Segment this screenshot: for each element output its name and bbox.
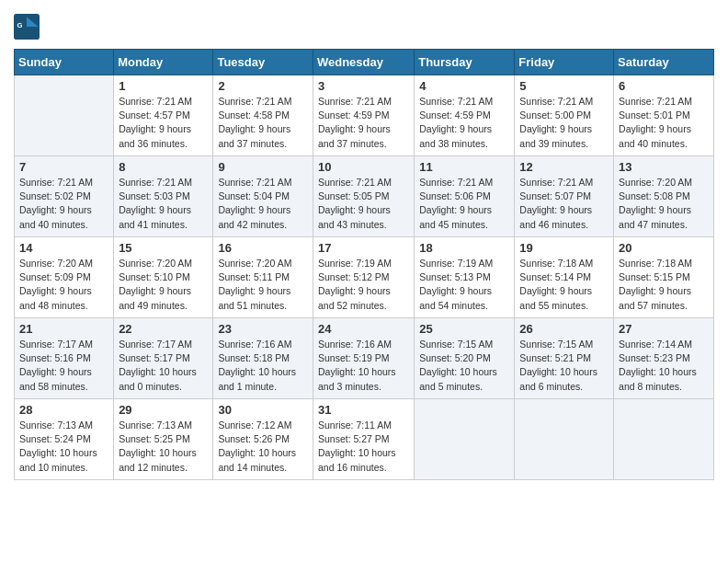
day-number: 30 (218, 403, 308, 417)
weekday-header-sunday: Sunday (15, 50, 114, 75)
calendar-cell: 15Sunrise: 7:20 AM Sunset: 5:10 PM Dayli… (114, 237, 213, 318)
calendar-table: SundayMondayTuesdayWednesdayThursdayFrid… (14, 49, 714, 480)
calendar-cell (415, 399, 515, 480)
day-info: Sunrise: 7:18 AM Sunset: 5:15 PM Dayligh… (619, 257, 709, 313)
day-number: 22 (119, 322, 208, 336)
page-header: G (14, 14, 714, 40)
day-info: Sunrise: 7:20 AM Sunset: 5:10 PM Dayligh… (119, 257, 208, 313)
calendar-cell: 14Sunrise: 7:20 AM Sunset: 5:09 PM Dayli… (15, 237, 114, 318)
day-number: 24 (318, 322, 409, 336)
day-number: 29 (119, 403, 208, 417)
day-number: 8 (119, 160, 208, 174)
calendar-cell: 11Sunrise: 7:21 AM Sunset: 5:06 PM Dayli… (415, 156, 515, 237)
weekday-header-thursday: Thursday (415, 50, 515, 75)
calendar-cell: 8Sunrise: 7:21 AM Sunset: 5:03 PM Daylig… (114, 156, 213, 237)
calendar-cell: 12Sunrise: 7:21 AM Sunset: 5:07 PM Dayli… (515, 156, 614, 237)
day-info: Sunrise: 7:21 AM Sunset: 5:01 PM Dayligh… (619, 95, 709, 151)
day-info: Sunrise: 7:11 AM Sunset: 5:27 PM Dayligh… (318, 419, 409, 475)
day-number: 9 (218, 160, 308, 174)
day-info: Sunrise: 7:21 AM Sunset: 4:59 PM Dayligh… (318, 95, 409, 151)
day-number: 20 (619, 241, 709, 255)
logo: G (14, 14, 43, 40)
weekday-header-row: SundayMondayTuesdayWednesdayThursdayFrid… (15, 50, 714, 75)
calendar-week-row: 21Sunrise: 7:17 AM Sunset: 5:16 PM Dayli… (15, 318, 714, 399)
day-info: Sunrise: 7:14 AM Sunset: 5:23 PM Dayligh… (619, 338, 709, 394)
calendar-cell: 4Sunrise: 7:21 AM Sunset: 4:59 PM Daylig… (415, 75, 515, 156)
day-number: 2 (218, 79, 308, 93)
day-info: Sunrise: 7:21 AM Sunset: 5:05 PM Dayligh… (318, 176, 409, 232)
day-number: 28 (19, 403, 108, 417)
calendar-cell: 25Sunrise: 7:15 AM Sunset: 5:20 PM Dayli… (415, 318, 515, 399)
calendar-cell: 31Sunrise: 7:11 AM Sunset: 5:27 PM Dayli… (313, 399, 414, 480)
day-info: Sunrise: 7:21 AM Sunset: 5:04 PM Dayligh… (218, 176, 308, 232)
day-info: Sunrise: 7:18 AM Sunset: 5:14 PM Dayligh… (519, 257, 609, 313)
svg-text:G: G (17, 21, 23, 29)
day-number: 17 (318, 241, 409, 255)
day-number: 7 (19, 160, 108, 174)
calendar-cell (614, 399, 714, 480)
calendar-cell: 26Sunrise: 7:15 AM Sunset: 5:21 PM Dayli… (515, 318, 614, 399)
day-number: 3 (318, 79, 409, 93)
day-info: Sunrise: 7:21 AM Sunset: 4:58 PM Dayligh… (218, 95, 308, 151)
calendar-cell: 2Sunrise: 7:21 AM Sunset: 4:58 PM Daylig… (213, 75, 313, 156)
weekday-header-monday: Monday (114, 50, 213, 75)
calendar-cell: 28Sunrise: 7:13 AM Sunset: 5:24 PM Dayli… (15, 399, 114, 480)
calendar-cell: 19Sunrise: 7:18 AM Sunset: 5:14 PM Dayli… (515, 237, 614, 318)
day-info: Sunrise: 7:21 AM Sunset: 5:06 PM Dayligh… (419, 176, 509, 232)
day-number: 6 (619, 79, 709, 93)
calendar-cell: 5Sunrise: 7:21 AM Sunset: 5:00 PM Daylig… (515, 75, 614, 156)
day-info: Sunrise: 7:16 AM Sunset: 5:19 PM Dayligh… (318, 338, 409, 394)
day-number: 21 (19, 322, 108, 336)
calendar-cell: 13Sunrise: 7:20 AM Sunset: 5:08 PM Dayli… (614, 156, 714, 237)
day-info: Sunrise: 7:12 AM Sunset: 5:26 PM Dayligh… (218, 419, 308, 475)
day-number: 13 (619, 160, 709, 174)
day-info: Sunrise: 7:15 AM Sunset: 5:21 PM Dayligh… (519, 338, 609, 394)
calendar-cell: 27Sunrise: 7:14 AM Sunset: 5:23 PM Dayli… (614, 318, 714, 399)
day-info: Sunrise: 7:21 AM Sunset: 4:57 PM Dayligh… (119, 95, 208, 151)
calendar-cell: 18Sunrise: 7:19 AM Sunset: 5:13 PM Dayli… (415, 237, 515, 318)
calendar-cell: 9Sunrise: 7:21 AM Sunset: 5:04 PM Daylig… (213, 156, 313, 237)
day-info: Sunrise: 7:20 AM Sunset: 5:11 PM Dayligh… (218, 257, 308, 313)
calendar-week-row: 28Sunrise: 7:13 AM Sunset: 5:24 PM Dayli… (15, 399, 714, 480)
day-info: Sunrise: 7:20 AM Sunset: 5:08 PM Dayligh… (619, 176, 709, 232)
day-number: 16 (218, 241, 308, 255)
day-info: Sunrise: 7:17 AM Sunset: 5:17 PM Dayligh… (119, 338, 208, 394)
day-number: 15 (119, 241, 208, 255)
day-number: 5 (519, 79, 609, 93)
day-number: 10 (318, 160, 409, 174)
day-number: 31 (318, 403, 409, 417)
day-info: Sunrise: 7:20 AM Sunset: 5:09 PM Dayligh… (19, 257, 108, 313)
day-info: Sunrise: 7:21 AM Sunset: 5:03 PM Dayligh… (119, 176, 208, 232)
calendar-cell: 3Sunrise: 7:21 AM Sunset: 4:59 PM Daylig… (313, 75, 414, 156)
day-number: 11 (419, 160, 509, 174)
calendar-cell: 21Sunrise: 7:17 AM Sunset: 5:16 PM Dayli… (15, 318, 114, 399)
calendar-cell: 17Sunrise: 7:19 AM Sunset: 5:12 PM Dayli… (313, 237, 414, 318)
calendar-cell: 30Sunrise: 7:12 AM Sunset: 5:26 PM Dayli… (213, 399, 313, 480)
day-number: 18 (419, 241, 509, 255)
day-info: Sunrise: 7:21 AM Sunset: 5:00 PM Dayligh… (519, 95, 609, 151)
day-info: Sunrise: 7:15 AM Sunset: 5:20 PM Dayligh… (419, 338, 509, 394)
weekday-header-friday: Friday (515, 50, 614, 75)
calendar-cell: 22Sunrise: 7:17 AM Sunset: 5:17 PM Dayli… (114, 318, 213, 399)
day-info: Sunrise: 7:21 AM Sunset: 5:02 PM Dayligh… (19, 176, 108, 232)
day-info: Sunrise: 7:13 AM Sunset: 5:24 PM Dayligh… (19, 419, 108, 475)
day-number: 26 (519, 322, 609, 336)
calendar-week-row: 1Sunrise: 7:21 AM Sunset: 4:57 PM Daylig… (15, 75, 714, 156)
calendar-cell: 1Sunrise: 7:21 AM Sunset: 4:57 PM Daylig… (114, 75, 213, 156)
day-info: Sunrise: 7:21 AM Sunset: 4:59 PM Dayligh… (419, 95, 509, 151)
day-number: 12 (519, 160, 609, 174)
day-number: 27 (619, 322, 709, 336)
day-info: Sunrise: 7:19 AM Sunset: 5:12 PM Dayligh… (318, 257, 409, 313)
calendar-cell: 7Sunrise: 7:21 AM Sunset: 5:02 PM Daylig… (15, 156, 114, 237)
calendar-week-row: 7Sunrise: 7:21 AM Sunset: 5:02 PM Daylig… (15, 156, 714, 237)
calendar-cell: 6Sunrise: 7:21 AM Sunset: 5:01 PM Daylig… (614, 75, 714, 156)
calendar-cell (15, 75, 114, 156)
calendar-cell (515, 399, 614, 480)
day-number: 14 (19, 241, 108, 255)
calendar-cell: 29Sunrise: 7:13 AM Sunset: 5:25 PM Dayli… (114, 399, 213, 480)
day-number: 1 (119, 79, 208, 93)
calendar-week-row: 14Sunrise: 7:20 AM Sunset: 5:09 PM Dayli… (15, 237, 714, 318)
day-number: 23 (218, 322, 308, 336)
calendar-cell: 10Sunrise: 7:21 AM Sunset: 5:05 PM Dayli… (313, 156, 414, 237)
day-info: Sunrise: 7:17 AM Sunset: 5:16 PM Dayligh… (19, 338, 108, 394)
